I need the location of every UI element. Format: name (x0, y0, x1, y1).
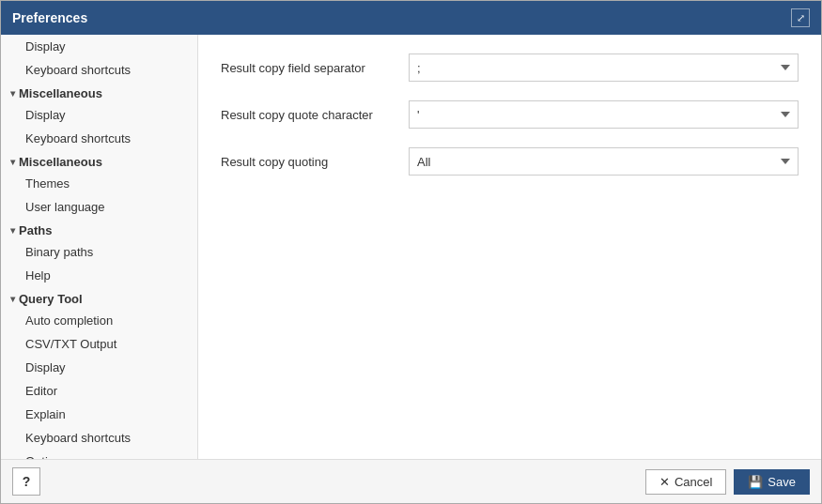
sidebar-item-options[interactable]: Options (1, 450, 197, 459)
form-select-result-copy-quote-character[interactable]: '" (409, 100, 799, 129)
cancel-label: Cancel (675, 475, 712, 489)
dialog-title-bar: Preferences ⤢ (1, 1, 821, 35)
form-select-result-copy-quoting[interactable]: AllNoneStrings (409, 147, 799, 176)
sidebar-item-keyboard-shortcuts-top[interactable]: Keyboard shortcuts (1, 127, 197, 150)
sidebar-group-misc: ▾ MiscellaneousDisplayKeyboard shortcuts (1, 82, 197, 150)
sidebar-item-help[interactable]: Help (1, 264, 197, 287)
preferences-dialog: Preferences ⤢ DisplayKeyboard shortcuts▾… (0, 0, 822, 504)
sidebar-group-label-paths[interactable]: ▾ Paths (1, 219, 197, 240)
sidebar-item-editor[interactable]: Editor (1, 379, 197, 403)
sidebar-item-user-language[interactable]: User language (1, 195, 197, 219)
chevron-icon: ▾ (10, 88, 15, 99)
save-button[interactable]: 💾 Save (734, 469, 810, 495)
save-label: Save (768, 475, 796, 489)
form-label-result-copy-quoting: Result copy quoting (221, 155, 409, 169)
dialog-title: Preferences (12, 10, 87, 25)
form-select-result-copy-field-separator[interactable]: ;,|\t (409, 53, 799, 82)
expand-button[interactable]: ⤢ (791, 8, 810, 27)
sidebar-item-explain[interactable]: Explain (1, 403, 197, 426)
sidebar: DisplayKeyboard shortcuts▾ Miscellaneous… (1, 35, 198, 459)
footer-actions: ✕ Cancel 💾 Save (645, 469, 810, 495)
dialog-body: DisplayKeyboard shortcuts▾ Miscellaneous… (1, 35, 821, 459)
sidebar-item-display[interactable]: Display (1, 356, 197, 379)
chevron-icon: ▾ (10, 157, 15, 167)
sidebar-item-binary-paths[interactable]: Binary paths (1, 240, 197, 264)
dialog-footer: ? ✕ Cancel 💾 Save (1, 459, 821, 503)
sidebar-item-themes[interactable]: Themes (1, 172, 197, 195)
sidebar-group-query-tool: ▾ Query ToolAuto completionCSV/TXT Outpu… (1, 287, 197, 459)
form-label-result-copy-field-separator: Result copy field separator (221, 61, 409, 75)
sidebar-group-label-query-tool[interactable]: ▾ Query Tool (1, 287, 197, 309)
sidebar-group-label-misc[interactable]: ▾ Miscellaneous (1, 82, 197, 103)
sidebar-item-csv-txt-output[interactable]: CSV/TXT Output (1, 332, 197, 356)
help-button[interactable]: ? (12, 467, 40, 496)
save-icon: 💾 (748, 475, 763, 489)
chevron-icon: ▾ (10, 225, 15, 236)
sidebar-group-label-misc2[interactable]: ▾ Miscellaneous (1, 150, 197, 172)
sidebar-item-keyboard-shortcuts-scroll[interactable]: Keyboard shortcuts (1, 58, 197, 82)
main-content: Result copy field separator;,|\tResult c… (198, 35, 821, 459)
sidebar-group-paths: ▾ PathsBinary pathsHelp (1, 219, 197, 287)
sidebar-item-display-top[interactable]: Display (1, 103, 197, 127)
sidebar-item-auto-completion[interactable]: Auto completion (1, 309, 197, 332)
sidebar-item-display-scroll[interactable]: Display (1, 35, 197, 58)
sidebar-group-misc2: ▾ MiscellaneousThemesUser language (1, 150, 197, 219)
sidebar-item-keyboard-shortcuts[interactable]: Keyboard shortcuts (1, 426, 197, 450)
cancel-button[interactable]: ✕ Cancel (645, 469, 726, 495)
chevron-icon: ▾ (10, 294, 15, 304)
form-row-result-copy-quoting: Result copy quotingAllNoneStrings (221, 147, 799, 176)
cancel-icon: ✕ (659, 475, 670, 489)
form-label-result-copy-quote-character: Result copy quote character (221, 108, 409, 122)
form-row-result-copy-quote-character: Result copy quote character'" (221, 100, 799, 129)
form-row-result-copy-field-separator: Result copy field separator;,|\t (221, 53, 799, 82)
